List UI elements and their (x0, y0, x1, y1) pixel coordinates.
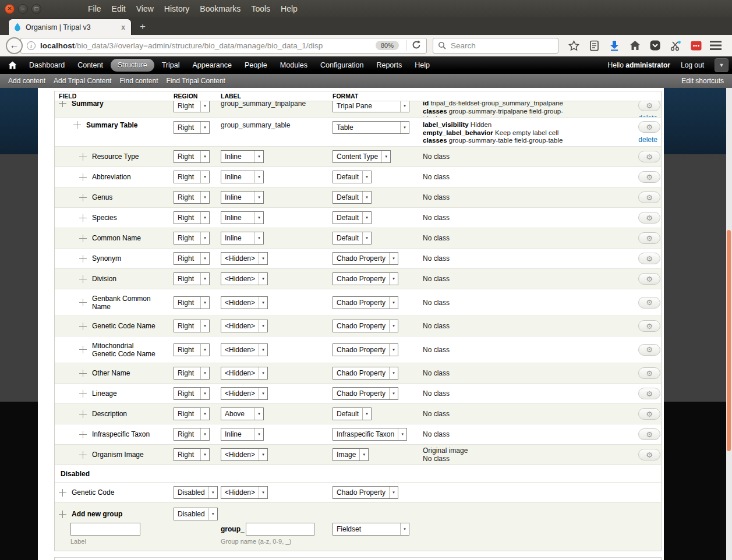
settings-gear-button[interactable]: ⚙ (638, 388, 660, 399)
drupal-home-icon[interactable] (8, 61, 17, 69)
drag-handle-icon[interactable] (59, 489, 66, 497)
region-select[interactable]: Right▾ (174, 428, 210, 441)
settings-gear-button[interactable]: ⚙ (638, 367, 660, 379)
zoom-level-badge[interactable]: 80% (376, 41, 399, 50)
settings-gear-button[interactable]: ⚙ (638, 212, 660, 224)
label-select[interactable]: <Hidden>▾ (221, 296, 268, 309)
drag-handle-icon[interactable] (79, 299, 87, 306)
back-button[interactable]: ← (6, 37, 23, 54)
label-select[interactable]: <Hidden>▾ (221, 320, 268, 332)
url-bar[interactable]: i localhost/bio_data/3#overlay=admin/str… (20, 38, 427, 54)
label-select[interactable]: <Hidden>▾ (221, 252, 268, 265)
format-select[interactable]: Default▾ (333, 171, 372, 183)
drag-handle-icon[interactable] (73, 121, 81, 129)
format-select[interactable]: Chado Property▾ (333, 320, 398, 332)
admin-item-appearance[interactable]: Appearance (187, 59, 236, 72)
drag-handle-icon[interactable] (79, 431, 87, 438)
region-select[interactable]: Right▾ (174, 191, 210, 204)
region-select[interactable]: Right▾ (174, 171, 210, 183)
page-scrollbar[interactable] (726, 88, 732, 560)
admin-item-people[interactable]: People (239, 59, 273, 72)
drag-handle-icon[interactable] (79, 235, 87, 242)
site-info-icon[interactable]: i (27, 41, 36, 50)
menu-view[interactable]: View (136, 4, 154, 13)
label-select[interactable]: Inline▾ (221, 428, 264, 441)
settings-gear-button[interactable]: ⚙ (638, 101, 660, 111)
window-minimize-button[interactable]: – (18, 4, 28, 14)
settings-gear-button[interactable]: ⚙ (638, 320, 660, 332)
group-name-input[interactable] (246, 523, 314, 536)
format-select[interactable]: Chado Property▾ (333, 252, 398, 265)
format-select[interactable]: Chado Property▾ (333, 486, 398, 499)
drag-handle-icon[interactable] (79, 214, 87, 222)
menu-file[interactable]: File (88, 4, 101, 13)
hamburger-menu-icon[interactable] (710, 41, 722, 50)
menu-help[interactable]: Help (281, 4, 298, 13)
region-select[interactable]: Right▾ (174, 320, 210, 332)
settings-gear-button[interactable]: ⚙ (638, 151, 660, 162)
scrollbar-thumb[interactable] (727, 230, 731, 451)
reading-list-icon[interactable] (588, 40, 600, 51)
region-select[interactable]: Right▾ (174, 252, 210, 265)
window-maximize-button[interactable]: □ (31, 4, 41, 14)
label-select[interactable]: Inline▾ (221, 171, 264, 183)
search-box[interactable]: Search (433, 38, 558, 54)
format-select[interactable]: Default▾ (333, 211, 372, 224)
drag-handle-icon[interactable] (79, 390, 87, 398)
drag-handle-icon[interactable] (79, 173, 87, 181)
menu-bookmarks[interactable]: Bookmarks (200, 4, 241, 13)
format-select[interactable]: Chado Property▾ (333, 296, 398, 309)
label-select[interactable]: Inline▾ (221, 211, 264, 224)
shortcut-add-content[interactable]: Add content (8, 77, 45, 85)
menu-tools[interactable]: Tools (251, 4, 270, 13)
settings-gear-button[interactable]: ⚙ (638, 408, 660, 420)
drag-handle-icon[interactable] (79, 275, 87, 283)
settings-gear-button[interactable]: ⚙ (638, 428, 660, 440)
format-select[interactable]: Tripal Pane▾ (333, 101, 409, 112)
menu-history[interactable]: History (164, 4, 190, 13)
region-select[interactable]: Right▾ (174, 101, 210, 112)
region-select[interactable]: Right▾ (174, 407, 210, 420)
format-select[interactable]: Table▾ (333, 121, 409, 134)
label-select[interactable]: Inline▾ (221, 191, 264, 204)
format-select[interactable]: Default▾ (333, 407, 372, 420)
admin-item-help[interactable]: Help (409, 59, 435, 72)
menu-edit[interactable]: Edit (112, 4, 126, 13)
label-select[interactable]: <Hidden>▾ (221, 387, 268, 400)
admin-item-content[interactable]: Content (72, 59, 108, 72)
settings-gear-button[interactable]: ⚙ (638, 344, 660, 356)
format-select[interactable]: Default▾ (333, 232, 372, 244)
group-format-select[interactable]: Fieldset▾ (333, 523, 409, 536)
window-close-button[interactable]: ✕ (5, 4, 15, 14)
url-text[interactable]: localhost/bio_data/3#overlay=admin/struc… (40, 41, 371, 50)
drag-handle-icon[interactable] (79, 451, 87, 459)
drag-handle-icon[interactable] (79, 370, 87, 377)
label-select[interactable]: Inline▾ (221, 232, 264, 244)
edit-shortcuts-link[interactable]: Edit shortcuts (681, 77, 724, 85)
region-select[interactable]: Right▾ (174, 211, 210, 224)
format-select[interactable]: Chado Property▾ (333, 343, 398, 356)
label-select[interactable]: <Hidden>▾ (221, 486, 268, 499)
format-select[interactable]: Infraspecific Taxon▾ (333, 428, 407, 441)
label-select[interactable]: Inline▾ (221, 150, 264, 163)
new-tab-button[interactable]: + (135, 20, 150, 34)
format-select[interactable]: Chado Property▾ (333, 387, 398, 400)
settings-gear-button[interactable]: ⚙ (638, 121, 660, 133)
label-select[interactable]: Above▾ (221, 407, 264, 420)
shortcut-add-tripal-content[interactable]: Add Tripal Content (54, 77, 111, 85)
drag-handle-icon[interactable] (79, 255, 87, 263)
label-select[interactable]: <Hidden>▾ (221, 343, 268, 356)
label-select[interactable]: <Hidden>▾ (221, 272, 268, 285)
download-icon[interactable] (609, 40, 620, 51)
drag-handle-icon[interactable] (59, 511, 66, 518)
region-select[interactable]: Right▾ (174, 343, 210, 356)
label-select[interactable]: <Hidden>▾ (221, 367, 268, 380)
settings-gear-button[interactable]: ⚙ (638, 273, 660, 285)
settings-gear-button[interactable]: ⚙ (638, 232, 660, 244)
addon-badge-icon[interactable] (690, 40, 702, 51)
region-select[interactable]: Right▾ (174, 150, 210, 163)
admin-item-modules[interactable]: Modules (275, 59, 313, 72)
admin-item-reports[interactable]: Reports (371, 59, 407, 72)
settings-gear-button[interactable]: ⚙ (638, 171, 660, 183)
format-select[interactable]: Content Type▾ (333, 150, 391, 163)
